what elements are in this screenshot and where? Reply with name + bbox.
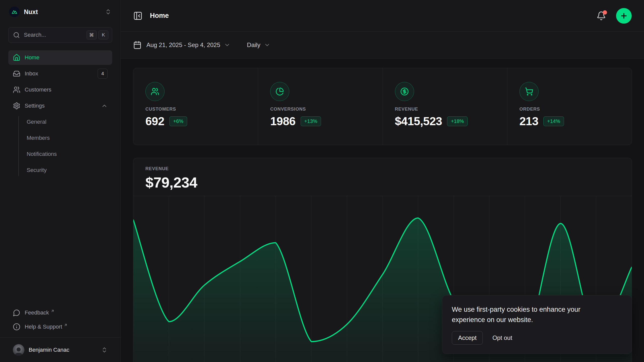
stat-value: 213 (519, 114, 538, 128)
sidebar-item-help-support[interactable]: Help & Support (8, 320, 112, 334)
plus-icon (620, 12, 628, 20)
cookie-optout-button[interactable]: Opt out (492, 334, 512, 341)
nuxt-logo-icon (9, 7, 20, 17)
team-switcher[interactable]: Nuxt (0, 0, 120, 20)
kbd-k: K (98, 30, 108, 39)
date-range-picker[interactable]: Aug 21, 2025 - Sep 4, 2025 (133, 41, 230, 49)
chevron-up-icon (101, 103, 108, 109)
chevron-down-icon (264, 42, 270, 48)
inbox-icon (13, 70, 20, 77)
stat-value: $415,523 (395, 114, 442, 128)
stat-delta-badge: +6% (169, 116, 187, 126)
chevrons-up-down-icon (101, 347, 108, 353)
granularity-select[interactable]: Daily (247, 41, 270, 49)
sidebar-collapse-button[interactable] (133, 11, 143, 21)
stat-value: 1986 (270, 114, 295, 128)
sidebar-item-customers[interactable]: Customers (8, 82, 112, 97)
sidebar-item-label: Settings (25, 103, 45, 109)
sidebar-item-label: Inbox (25, 70, 38, 77)
new-item-button[interactable] (616, 8, 632, 24)
stat-conversions: CONVERSIONS 1986 +13% (258, 68, 382, 145)
user-name: Benjamin Canac (29, 347, 69, 353)
team-name: Nuxt (24, 8, 38, 16)
stat-label: CONVERSIONS (270, 107, 372, 112)
sidebar-item-members[interactable]: Members (27, 131, 112, 145)
page-header: Home (121, 0, 644, 32)
cookie-accept-button[interactable]: Accept (452, 331, 483, 345)
shopping-cart-icon (519, 82, 539, 101)
sidebar-item-general[interactable]: General (27, 115, 112, 129)
search-placeholder: Search... (24, 32, 46, 38)
filters-toolbar: Aug 21, 2025 - Sep 4, 2025 Daily (121, 32, 644, 59)
dollar-circle-icon (395, 82, 414, 101)
user-menu[interactable]: Benjamin Canac (0, 337, 120, 362)
sidebar-item-label: Home (25, 54, 39, 61)
sidebar-item-inbox[interactable]: Inbox 4 (8, 66, 112, 81)
settings-subnav: General Members Notifications Security (8, 115, 112, 177)
stat-label: ORDERS (519, 107, 622, 112)
revenue-panel-label: REVENUE (145, 166, 620, 171)
sidebar-footer: Feedback Help & Support (8, 306, 112, 337)
sidebar-item-notifications[interactable]: Notifications (27, 147, 112, 161)
info-circle-icon (13, 323, 20, 331)
sidebar-item-label: Customers (25, 86, 51, 93)
stat-revenue: REVENUE $415,523 +18% (383, 68, 507, 145)
stat-orders: ORDERS 213 +14% (507, 68, 632, 145)
stat-customers: CUSTOMERS 692 +6% (133, 68, 258, 145)
granularity-value: Daily (247, 41, 260, 49)
stat-delta-badge: +18% (447, 116, 468, 126)
pie-chart-icon (270, 82, 289, 101)
sidebar-item-home[interactable]: Home (8, 50, 112, 65)
gear-icon (13, 102, 20, 110)
external-link-icon (51, 309, 55, 313)
date-range-value: Aug 21, 2025 - Sep 4, 2025 (146, 41, 220, 49)
users-icon (13, 86, 20, 94)
home-icon (13, 54, 20, 61)
sidebar-item-security[interactable]: Security (27, 163, 112, 177)
chevron-down-icon (224, 42, 230, 48)
cookie-message: We use first-party cookies to enhance yo… (452, 304, 603, 325)
stat-label: CUSTOMERS (145, 107, 248, 112)
message-circle-icon (13, 309, 20, 316)
unread-dot (603, 10, 607, 15)
page-title: Home (150, 12, 169, 20)
stat-value: 692 (145, 114, 164, 128)
search-icon (13, 32, 20, 38)
users-icon (145, 82, 165, 101)
stat-label: REVENUE (395, 107, 497, 112)
calendar-icon (133, 41, 142, 49)
sidebar-nav: Home Inbox 4 Customers Settings (8, 50, 112, 179)
sidebar-item-settings[interactable]: Settings (8, 99, 112, 113)
cookie-banner: We use first-party cookies to enhance yo… (442, 295, 632, 354)
external-link-icon (64, 323, 68, 327)
kbd-cmd: ⌘ (87, 30, 97, 39)
chevrons-up-down-icon (105, 9, 111, 15)
revenue-panel-value: $79,234 (145, 174, 620, 191)
stats-card: CUSTOMERS 692 +6% CONVERSIONS 1986 +13% (133, 68, 632, 145)
sidebar: Nuxt Search... ⌘ K Home Inbox 4 (0, 0, 121, 362)
inbox-count-badge: 4 (98, 69, 108, 79)
search-input[interactable]: Search... ⌘ K (8, 27, 112, 43)
avatar (13, 344, 24, 356)
stat-delta-badge: +14% (543, 116, 564, 126)
notifications-button[interactable] (596, 11, 606, 21)
stat-delta-badge: +13% (301, 116, 321, 126)
sidebar-item-feedback[interactable]: Feedback (8, 306, 112, 320)
